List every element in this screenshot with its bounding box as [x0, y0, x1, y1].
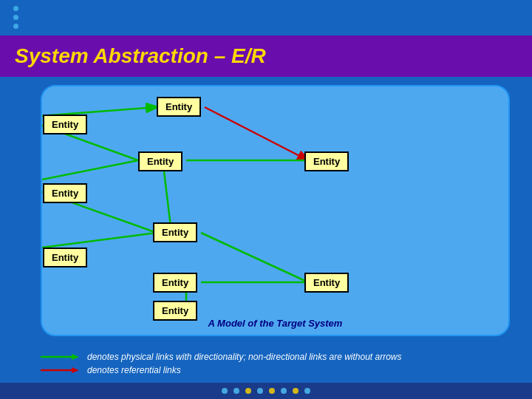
- bottom-dot-8: [304, 388, 310, 394]
- bottom-dot-5: [269, 388, 275, 394]
- bottom-bar: [0, 383, 532, 399]
- legend-green-line-svg: [41, 352, 81, 361]
- bottom-dot-3: [245, 388, 251, 394]
- entity-right-upper: Entity: [304, 151, 349, 171]
- title-bar: System Abstraction – E/R: [0, 35, 532, 77]
- diagram-svg: [42, 86, 508, 335]
- entity-top-left-outside: Entity: [43, 115, 87, 134]
- bottom-dot-4: [257, 388, 263, 394]
- svg-line-2: [42, 160, 138, 184]
- legend-green-item: denotes physical links with directionali…: [41, 352, 510, 362]
- page-title: System Abstraction – E/R: [15, 44, 517, 68]
- entity-middle-left-outside: Entity: [43, 183, 87, 203]
- legend-red-item: denotes referential links: [41, 365, 510, 375]
- entity-center-upper: Entity: [138, 151, 183, 171]
- entity-bottom-left-outside: Entity: [43, 248, 87, 267]
- svg-marker-14: [72, 367, 79, 373]
- top-decoration-dots: [13, 6, 18, 29]
- diagram-container: Entity Entity Entity Entity Entity Entit…: [41, 85, 510, 336]
- bottom-dot-2: [233, 388, 239, 394]
- bottom-dot-1: [222, 388, 228, 394]
- svg-line-5: [205, 107, 308, 160]
- entity-top-center: Entity: [157, 97, 201, 117]
- legend: denotes physical links with directionali…: [41, 352, 510, 378]
- legend-red-line-svg: [41, 366, 81, 375]
- dot-1: [13, 6, 18, 11]
- svg-line-8: [201, 233, 308, 282]
- entity-right-lower: Entity: [304, 273, 349, 293]
- entity-bottom-center: Entity: [153, 301, 197, 321]
- dot-2: [13, 15, 18, 20]
- bottom-dot-7: [293, 388, 299, 394]
- legend-red-text: denotes referential links: [87, 365, 181, 375]
- dot-3: [13, 24, 18, 29]
- legend-green-text: denotes physical links with directionali…: [87, 352, 402, 362]
- bottom-dot-6: [281, 388, 287, 394]
- svg-marker-12: [72, 354, 79, 360]
- entity-center-middle: Entity: [153, 222, 197, 242]
- entity-center-lower: Entity: [153, 273, 197, 293]
- model-label: A Model of the Target System: [208, 318, 343, 329]
